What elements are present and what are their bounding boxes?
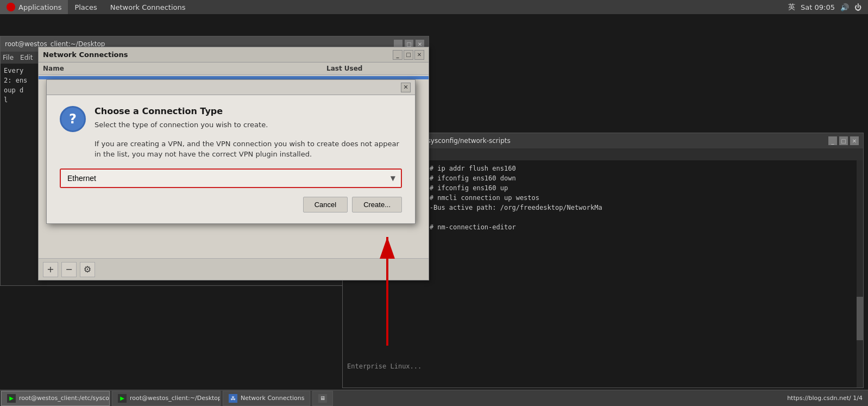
- tr-maximize-button[interactable]: □: [839, 136, 848, 145]
- taskbar-item-extra[interactable]: 🖥: [312, 391, 333, 406]
- places-menu[interactable]: Places: [68, 0, 103, 14]
- tr-line-12: Enterprise Linux...: [347, 361, 422, 371]
- gear-icon: ⚙: [84, 264, 91, 274]
- volume-icon[interactable]: 🔊: [840, 3, 849, 11]
- network-connections-menu[interactable]: Network Connections: [104, 0, 192, 14]
- nc-close-button[interactable]: ✕: [414, 50, 424, 60]
- nc-bottom-toolbar: + − ⚙: [39, 258, 429, 280]
- language-indicator: 英: [788, 2, 795, 12]
- taskbar-label-desktop: root@westos_client:~/Desktop: [130, 395, 221, 402]
- terminal-right-controls: _ □ ✕: [828, 136, 859, 145]
- dialog-subtitle: Select the type of connection you wish t…: [95, 120, 402, 130]
- taskbar-network-icon: 🖧: [229, 394, 237, 403]
- create-button[interactable]: Create...: [352, 197, 402, 213]
- menu-edit[interactable]: Edit: [20, 54, 33, 61]
- taskbar-item-network-connections[interactable]: 🖧 Network Connections: [223, 391, 310, 406]
- menu-file[interactable]: File: [3, 54, 14, 61]
- nc-minimize-button[interactable]: _: [393, 50, 402, 60]
- network-connections-label: Network Connections: [110, 3, 186, 11]
- taskbar-label-network: Network Connections: [241, 395, 304, 402]
- dialog-text-area: Choose a Connection Type Select the type…: [95, 106, 402, 160]
- dialog-body: ? Choose a Connection Type Select the ty…: [47, 95, 415, 223]
- nc-table-header: Name Last Used: [39, 63, 429, 75]
- top-menubar: Applications Places Network Connections …: [0, 0, 868, 14]
- question-mark-icon: ?: [69, 111, 77, 127]
- places-label: Places: [74, 3, 97, 11]
- tr-minimize-button[interactable]: _: [828, 136, 837, 145]
- dialog-icon: ?: [60, 106, 86, 132]
- taskbar-label-etc: root@westos_client:/etc/sysconfig/...: [19, 395, 110, 402]
- minus-icon: −: [65, 264, 72, 274]
- taskbar-terminal-icon-2: ▶: [118, 394, 127, 403]
- system-tray: 英 Sat 09:05 🔊 ⏻: [788, 2, 868, 12]
- desktop: root@westos_client:~/Desktop _ □ ✕ File …: [0, 14, 868, 390]
- connection-type-select[interactable]: Ethernet Wi-Fi Bluetooth Bond Bridge VLA…: [61, 170, 401, 187]
- nc-maximize-button[interactable]: □: [404, 50, 413, 60]
- taskbar-terminal-icon-1: ▶: [7, 394, 16, 403]
- connection-type-dropdown-container: Ethernet Wi-Fi Bluetooth Bond Bridge VLA…: [60, 168, 402, 188]
- taskbar-item-desktop[interactable]: ▶ root@westos_client:~/Desktop: [112, 391, 221, 406]
- nc-remove-button[interactable]: −: [61, 262, 77, 277]
- dialog-titlebar: ✕: [47, 80, 415, 95]
- applications-menu[interactable]: Applications: [0, 0, 68, 14]
- nc-titlebar: Network Connections _ □ ✕: [39, 47, 429, 63]
- nc-add-button[interactable]: +: [43, 262, 58, 277]
- nc-settings-button[interactable]: ⚙: [80, 262, 95, 277]
- nc-col-last-used: Last Used: [326, 65, 424, 72]
- choose-connection-dialog: ✕ ? Choose a Connection Type Select the …: [46, 79, 416, 224]
- dialog-buttons: Cancel Create...: [60, 197, 402, 213]
- applications-label: Applications: [18, 3, 61, 11]
- taskbar: ▶ root@westos_client:/etc/sysconfig/... …: [0, 390, 868, 406]
- tr-close-button[interactable]: ✕: [850, 136, 859, 145]
- dropdown-wrapper: Ethernet Wi-Fi Bluetooth Bond Bridge VLA…: [61, 170, 401, 187]
- power-icon[interactable]: ⏻: [854, 3, 861, 11]
- taskbar-item-etc-sysconfig[interactable]: ▶ root@westos_client:/etc/sysconfig/...: [1, 391, 110, 406]
- plus-icon: +: [47, 264, 54, 274]
- terminal-right-scrollbar[interactable]: [857, 160, 863, 388]
- nc-title: Network Connections: [43, 51, 128, 59]
- dialog-close-button[interactable]: ✕: [401, 83, 411, 92]
- nc-col-name: Name: [43, 65, 326, 72]
- dialog-vpn-note: If you are creating a VPN, and the VPN c…: [95, 139, 402, 160]
- taskbar-extra-icon: 🖥: [318, 394, 327, 403]
- taskbar-url-hint: https://blog.csdn.net/ 1/4: [787, 395, 868, 402]
- dialog-heading: Choose a Connection Type: [95, 106, 402, 116]
- nc-win-controls: _ □ ✕: [393, 50, 424, 60]
- dialog-header: ? Choose a Connection Type Select the ty…: [60, 106, 402, 160]
- clock: Sat 09:05: [801, 3, 835, 11]
- cancel-button[interactable]: Cancel: [303, 197, 348, 213]
- scrollbar-thumb: [857, 297, 863, 340]
- red-dot-logo: [7, 3, 15, 11]
- taskbar-url-text: https://blog.csdn.net/ 1/4: [787, 395, 863, 402]
